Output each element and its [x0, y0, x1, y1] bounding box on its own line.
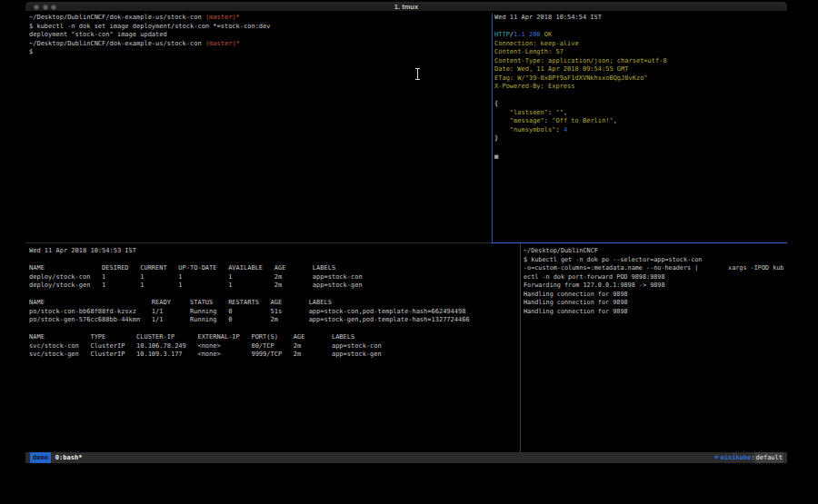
terminal-line: HTTP/1.1 200 OK	[494, 31, 785, 40]
window-controls	[34, 5, 56, 10]
terminal-line: svc/stock-con ClusterIP 10.106.78.249 <n…	[29, 342, 520, 351]
terminal-line	[494, 143, 785, 153]
terminal-line	[29, 256, 520, 265]
terminal-line: NAME TYPE CLUSTER-IP EXTERNAL-IP PORT(S)…	[29, 333, 520, 342]
terminal-line: po/stock-gen-576cc688bb-44kmn 1/1 Runnin…	[29, 316, 520, 325]
terminal-line: Handling connection for 9898	[524, 291, 785, 300]
pane-divider-vertical-bottom[interactable]	[520, 243, 521, 452]
terminal-line: $ kubectl -n dok set image deployment/st…	[29, 23, 492, 32]
terminal-line: ▄	[494, 152, 785, 161]
kube-namespace: default	[754, 452, 783, 463]
terminal-line: svc/stock-gen ClusterIP 10.109.3.177 <no…	[29, 351, 520, 360]
terminal-line: ectl -n dok port-forward POD 9898:9898	[524, 273, 785, 282]
terminal-line: Handling connection for 9898	[524, 299, 785, 308]
pane-divider-horizontal-right[interactable]	[492, 242, 787, 243]
pane-top-right-http-response[interactable]: Wed 11 Apr 2018 10:54:54 IST HTTP/1.1 20…	[494, 14, 785, 243]
pane-bottom-right-port-forward[interactable]: ~/Desktop/DublinCNCF$ kubectl get -n dok…	[524, 247, 785, 452]
status-bar-left: demo 0:bash*	[25, 452, 82, 463]
terminal-line: Date: Wed, 11 Apr 2018 09:54:55 GMT	[494, 65, 785, 74]
terminal-line: deploy/stock-gen 1 1 1 1 2m app=stock-ge…	[29, 282, 520, 291]
terminal-line: "numsymbols": 4	[494, 126, 785, 135]
terminal-line: NAME DESIRED CURRENT UP-TO-DATE AVAILABL…	[29, 264, 520, 273]
terminal-line	[494, 23, 785, 32]
terminal-line: -o=custom-columns=:metadata.name --no-he…	[524, 264, 785, 273]
terminal-line: Connection: keep-alive	[494, 40, 785, 49]
terminal-line: Content-Type: application/json; charset=…	[494, 57, 785, 66]
terminal-line: ETag: W/"39-0xBPf9aF1dXVNkhsxoBQgJ8vKzo"	[494, 74, 785, 84]
terminal-line: deploy/stock-con 1 1 1 1 2m app=stock-co…	[29, 273, 520, 282]
terminal-line	[29, 325, 520, 334]
terminal-line: Wed 11 Apr 2018 10:54:54 IST	[494, 14, 785, 23]
terminal-line	[494, 92, 785, 101]
terminal-line: {	[494, 100, 785, 109]
zoom-button[interactable]	[51, 5, 56, 10]
kube-context-indicator: ☸ minikube : default	[714, 452, 787, 463]
terminal-line: ~/Desktop/DublinCNCF/dok-example-us/stoc…	[29, 40, 492, 49]
tmux-status-bar: demo 0:bash* ☸ minikube : default	[25, 452, 787, 463]
terminal-line: }	[494, 134, 785, 143]
terminal-line: ~/Desktop/DublinCNCF/dok-example-us/stoc…	[29, 14, 492, 23]
terminal-line	[29, 291, 520, 300]
close-button[interactable]	[34, 5, 39, 10]
terminal-line: NAME READY STATUS RESTARTS AGE LABELS	[29, 299, 520, 308]
kube-context-name: minikube	[721, 452, 752, 463]
terminal-line: Forwarding from 127.0.0.1:9898 -> 9898	[524, 282, 785, 291]
desktop-background: 1. tmux ~/Desktop/DublinCNCF/dok-example…	[0, 0, 818, 504]
terminal-line: $	[29, 48, 492, 57]
pane-bottom-left-kubectl-watch[interactable]: Wed 11 Apr 2018 10:54:53 IST NAME DESIRE…	[29, 247, 520, 452]
tmux-window-tab[interactable]: 0:bash*	[55, 452, 83, 463]
minimize-button[interactable]	[43, 5, 48, 10]
window-titlebar[interactable]: 1. tmux	[25, 2, 787, 12]
terminal-line: $ kubectl get -n dok po --selector=app=s…	[524, 256, 785, 265]
tmux-session-name: demo	[30, 452, 51, 463]
pane-divider-horizontal-left[interactable]	[25, 242, 492, 243]
terminal-window[interactable]: 1. tmux ~/Desktop/DublinCNCF/dok-example…	[25, 2, 787, 463]
terminal-line: "message": "Off to Berlin!",	[494, 117, 785, 126]
terminal-line: "lastseen": "",	[494, 109, 785, 118]
window-title: 1. tmux	[25, 2, 787, 12]
terminal-line: po/stock-con-bb68f88fd-kzsxz 1/1 Running…	[29, 308, 520, 317]
terminal-line: X-Powered-By: Express	[494, 83, 785, 92]
kubernetes-helm-icon: ☸	[714, 452, 719, 463]
terminal-line: ~/Desktop/DublinCNCF	[524, 247, 785, 256]
mouse-text-cursor	[414, 68, 421, 80]
pane-top-left-shell[interactable]: ~/Desktop/DublinCNCF/dok-example-us/stoc…	[29, 14, 492, 243]
pane-divider-vertical-top[interactable]	[492, 14, 493, 242]
terminal-line: deployment "stock-con" image updated	[29, 31, 492, 40]
terminal-line: Content-Length: 57	[494, 48, 785, 57]
terminal-line: Handling connection for 9898	[524, 308, 785, 317]
terminal-line: Wed 11 Apr 2018 10:54:53 IST	[29, 247, 520, 256]
